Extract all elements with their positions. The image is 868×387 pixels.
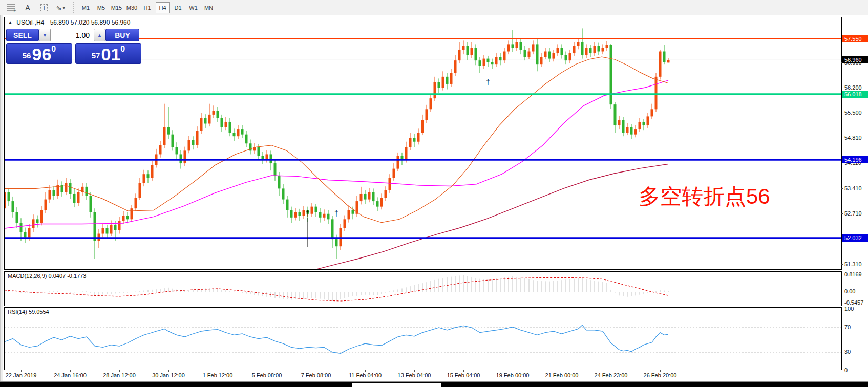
- rsi-tick-label: 100: [844, 306, 854, 312]
- symbol-title: USOil-,H4: [16, 19, 44, 26]
- price-tick-label: 53.410: [844, 185, 862, 192]
- timeframe-button-M1[interactable]: M1: [79, 2, 93, 13]
- window-left-edge: [0, 15, 4, 381]
- price-level-badge: 56.018: [842, 91, 868, 98]
- ohlc-values: 56.890 57.020 56.890 56.960: [50, 19, 131, 26]
- timeframe-button-MN[interactable]: MN: [202, 2, 216, 13]
- time-tick-label: 5 Feb 08:00: [252, 372, 282, 378]
- chevron-down-icon: ▾: [63, 5, 66, 10]
- time-tick-label: 15 Feb 04:00: [447, 372, 480, 378]
- rsi-tick-label: 70: [844, 324, 851, 331]
- price-tick-label: 52.710: [844, 210, 862, 217]
- timeframe-button-H1[interactable]: H1: [140, 2, 154, 13]
- status-bar: [0, 381, 868, 387]
- timeframe-button-W1[interactable]: W1: [186, 2, 200, 13]
- rsi-canvas[interactable]: [5, 308, 841, 370]
- toolbar-separator: [73, 2, 74, 13]
- timeframe-button-M30[interactable]: M30: [125, 2, 139, 13]
- chart-header: ▲ USOil-,H4 56.890 57.020 56.890 56.960: [8, 19, 130, 26]
- timeframe-button-M5[interactable]: M5: [94, 2, 108, 13]
- buy-price-display[interactable]: 57010: [75, 43, 141, 64]
- macd-indicator-label: MACD(12,26,9) 0.0407 -0.1773: [8, 273, 86, 279]
- timeframe-button-M15[interactable]: M15: [110, 2, 123, 13]
- time-tick-label: 13 Feb 04:00: [398, 372, 431, 378]
- svg-text:†: †: [486, 78, 490, 87]
- buy-button[interactable]: BUY: [105, 29, 139, 41]
- macd-tick-label: 0.8169: [844, 271, 862, 278]
- one-click-trading-panel: SELL ▼ ▲ BUY 56960 57010: [6, 29, 141, 64]
- price-level-badge: 57.550: [842, 35, 868, 42]
- volume-increase-button[interactable]: ▲: [94, 29, 105, 41]
- price-tick-label: 55.500: [844, 110, 862, 116]
- price-level-badge: 54.196: [842, 156, 868, 163]
- toolbar: F A T ⇘ ▾ M1M5M15M30H1H4D1W1MN: [0, 0, 868, 15]
- rsi-tick-label: 30: [844, 349, 851, 355]
- timeframe-button-D1[interactable]: D1: [171, 2, 185, 13]
- trading-platform-window: F A T ⇘ ▾ M1M5M15M30H1H4D1W1MN ††† ▲ USO…: [0, 0, 868, 387]
- price-tick-label: 51.310: [844, 261, 862, 268]
- timeframe-button-H4[interactable]: H4: [156, 2, 170, 13]
- sell-button[interactable]: SELL: [6, 29, 39, 41]
- text-box-icon[interactable]: T: [37, 2, 51, 14]
- status-bar-section: [352, 383, 441, 387]
- sell-price-display[interactable]: 56960: [6, 43, 72, 64]
- fibonacci-icon[interactable]: F: [4, 2, 18, 14]
- chart-annotation-text: 多空转折点56: [639, 182, 770, 211]
- text-label-icon[interactable]: A: [20, 2, 35, 14]
- volume-decrease-button[interactable]: ▼: [39, 29, 51, 41]
- time-tick-label: 30 Jan 12:00: [152, 372, 185, 378]
- rsi-panel: [4, 307, 842, 370]
- price-level-badge: 52.032: [842, 234, 868, 242]
- collapse-panel-icon[interactable]: ▲: [8, 20, 12, 25]
- time-tick-label: 21 Feb 00:00: [545, 372, 579, 378]
- volume-input[interactable]: [51, 29, 94, 41]
- macd-tick-label: 0.00: [844, 288, 855, 295]
- macd-canvas[interactable]: [5, 272, 841, 306]
- time-tick-label: 7 Feb 08:00: [301, 372, 331, 378]
- svg-text:†: †: [306, 209, 310, 218]
- timeframe-toolbar: M1M5M15M30H1H4D1W1MN: [79, 2, 217, 13]
- time-tick-label: 24 Feb 23:00: [595, 372, 628, 378]
- triangle-up-icon: ▲: [97, 33, 102, 38]
- time-tick-label: 11 Feb 04:00: [349, 372, 382, 378]
- time-tick-label: 24 Jan 16:00: [54, 372, 87, 378]
- rsi-tick-label: 0: [844, 367, 848, 374]
- rsi-indicator-label: RSI(14) 59.0554: [8, 309, 49, 315]
- svg-text:†: †: [334, 209, 338, 218]
- macd-panel: [4, 271, 842, 306]
- time-tick-label: 22 Jan 2019: [6, 372, 37, 378]
- time-tick-label: 19 Feb 00:00: [496, 372, 530, 378]
- price-tick-label: 54.810: [844, 135, 862, 141]
- time-tick-label: 1 Feb 12:00: [203, 372, 233, 378]
- time-tick-label: 28 Jan 12:00: [103, 372, 136, 378]
- time-tick-label: 26 Feb 20:00: [644, 372, 677, 378]
- price-level-badge: 56.960: [842, 56, 868, 63]
- arrows-tool-icon[interactable]: ⇘ ▾: [53, 2, 68, 14]
- triangle-down-icon: ▼: [43, 33, 47, 38]
